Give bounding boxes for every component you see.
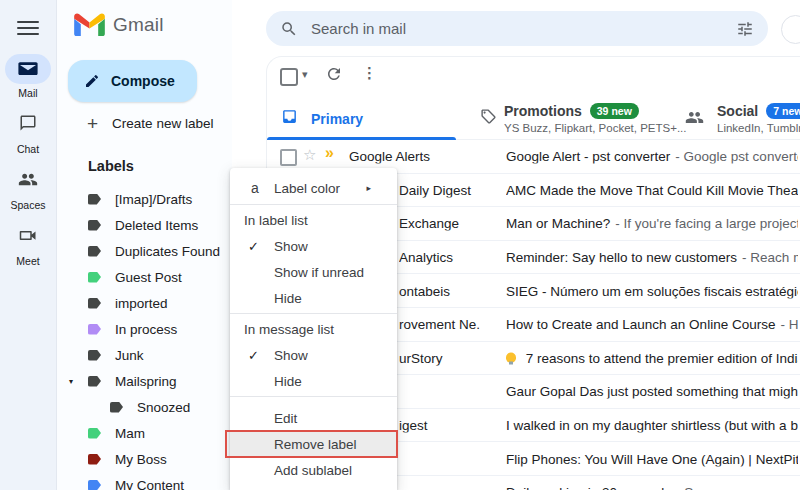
sidebar-label-item[interactable]: Mam <box>57 420 232 446</box>
sidebar: Gmail Compose + Create new label Labels … <box>57 0 232 490</box>
email-subject: Flip Phones: You Will Have One (Again) |… <box>506 451 798 466</box>
promotions-new-badge: 39 new <box>590 103 639 119</box>
label-name: Duplicates Found <box>115 244 220 259</box>
search-filter-icon[interactable] <box>736 20 754 38</box>
tab-social[interactable]: Social 7 new LinkedIn, Tumblr <box>649 97 800 139</box>
sidebar-label-item[interactable]: Junk <box>57 342 232 368</box>
sidebar-label-item[interactable]: imported <box>57 290 232 316</box>
checkmark-icon: ✓ <box>248 239 259 254</box>
rail-item-meet[interactable]: Meet <box>5 222 51 267</box>
menu-item-hide[interactable]: Hide <box>230 285 397 311</box>
label-name: My Content <box>115 478 184 490</box>
app-rail: Mail Chat Spaces Meet <box>0 0 57 490</box>
red-annotation-box <box>225 430 398 458</box>
email-subject-line: Reminder: Say hello to new customers- Re… <box>506 250 798 265</box>
label-name: In process <box>115 322 177 337</box>
star-icon[interactable]: ☆ <box>303 146 316 164</box>
email-subject: SIEG - Número um em soluções fiscais est… <box>506 283 798 298</box>
lightbulb-icon <box>506 352 516 362</box>
menu-item-add-sublabel[interactable]: Add sublabel <box>230 457 397 483</box>
profile-avatar[interactable] <box>781 15 800 44</box>
people-icon <box>685 110 704 125</box>
label-name: [Imap]/Drafts <box>115 192 192 207</box>
sidebar-label-item[interactable]: My Boss <box>57 446 232 472</box>
label-name: Mam <box>115 426 145 441</box>
label-tag-icon <box>88 454 101 465</box>
select-caret-icon[interactable]: ▾ <box>302 68 308 81</box>
sidebar-label-item[interactable]: Guest Post <box>57 264 232 290</box>
sidebar-label-item[interactable]: Duplicates Found <box>57 238 232 264</box>
plus-icon: + <box>87 114 98 133</box>
label-name: My Boss <box>115 452 167 467</box>
label-name: imported <box>115 296 168 311</box>
label-name: Snoozed <box>137 400 190 415</box>
search-bar[interactable]: Search in mail <box>266 11 768 46</box>
importance-marker-icon[interactable]: » <box>325 144 334 162</box>
gmail-m-icon <box>74 13 105 36</box>
label-color-text: Label color <box>274 181 340 196</box>
menu-item-hide[interactable]: Hide <box>230 368 397 394</box>
rail-item-label: Spaces <box>10 199 45 211</box>
more-options-icon[interactable]: ⋮ <box>362 64 377 82</box>
label-tag-icon <box>88 324 101 335</box>
compose-label: Compose <box>111 73 175 89</box>
email-subject: I walked in on my daughter shirtless (bu… <box>506 418 798 433</box>
label-name: Mailspring <box>115 374 177 389</box>
sidebar-label-item[interactable]: In process <box>57 316 232 342</box>
mail-icon <box>18 59 38 79</box>
social-new-badge: 7 new <box>766 103 800 119</box>
sidebar-label-item[interactable]: Mailspring ▾ <box>57 368 232 394</box>
rail-item-label: Meet <box>16 255 39 267</box>
menu-section-header: In label list <box>230 207 397 233</box>
create-new-label-text: Create new label <box>112 116 213 131</box>
label-name: Deleted Items <box>115 218 198 233</box>
email-subject-line: Google Alert - pst converter- Google pst… <box>506 149 798 164</box>
menu-section-header: In message list <box>230 316 397 342</box>
refresh-icon[interactable] <box>325 65 343 83</box>
create-new-label[interactable]: + Create new label <box>87 114 213 133</box>
email-snippet: - Google pst converter Dail <box>675 149 798 164</box>
sidebar-label-item[interactable]: [Imap]/Drafts <box>57 186 232 212</box>
menu-divider <box>230 204 397 205</box>
search-icon <box>280 20 298 38</box>
menu-item-edit[interactable]: Edit <box>230 405 397 431</box>
label-tag-icon <box>88 376 101 387</box>
menu-item-show[interactable]: Show✓ <box>230 233 397 259</box>
rail-item-chat[interactable]: Chat <box>5 110 51 155</box>
label-tag-icon <box>88 350 101 361</box>
rail-item-mail[interactable]: Mail <box>5 54 51 99</box>
label-tag-icon <box>88 428 101 439</box>
email-subject: Gaur Gopal Das just posted something tha… <box>506 384 798 399</box>
label-tag-icon <box>88 298 101 309</box>
rail-item-spaces[interactable]: Spaces <box>5 166 51 211</box>
search-input[interactable]: Search in mail <box>311 20 736 37</box>
label-color-a-icon: a <box>251 180 259 196</box>
menu-item-show[interactable]: Show✓ <box>230 342 397 368</box>
tab-promotions[interactable]: Promotions 39 new YS Buzz, Flipkart, Poc… <box>456 97 649 139</box>
email-checkbox[interactable] <box>280 149 297 166</box>
inbox-icon <box>281 108 298 125</box>
expand-arrow-icon[interactable]: ▾ <box>69 377 73 386</box>
email-subject-line: Flip Phones: You Will Have One (Again) |… <box>506 451 798 466</box>
tab-primary[interactable]: Primary <box>267 97 456 139</box>
email-subject: Reminder: Say hello to new customers <box>506 250 737 265</box>
label-name: Junk <box>115 348 144 363</box>
hamburger-menu-icon[interactable] <box>17 21 39 35</box>
menu-item-label-color[interactable]: a Label color ▸ <box>230 174 397 202</box>
email-subject-line: Man or Machine?- If you're facing a larg… <box>506 216 798 231</box>
sidebar-label-item[interactable]: Deleted Items <box>57 212 232 238</box>
label-tag-icon <box>88 480 101 490</box>
email-snippet: - If you're facing a large project in th… <box>615 216 798 231</box>
email-subject: Google Alert - pst converter <box>506 149 670 164</box>
compose-button[interactable]: Compose <box>68 60 197 102</box>
menu-item-show-if-unread[interactable]: Show if unread <box>230 259 397 285</box>
menu-item-remove-label[interactable]: Remove label <box>230 431 397 457</box>
gmail-wordmark: Gmail <box>113 14 164 36</box>
select-all-checkbox[interactable] <box>280 68 298 86</box>
sidebar-label-item[interactable]: Snoozed <box>57 394 232 420</box>
sidebar-label-item[interactable]: My Content <box>57 472 232 490</box>
list-toolbar: ▾ ⋮ <box>267 57 800 97</box>
email-snippet: - Hi Rollins, <box>780 317 798 332</box>
email-subject-line: Gaur Gopal Das just posted something tha… <box>506 384 798 399</box>
email-subject: AMC Made the Move That Could Kill Movie … <box>506 182 798 197</box>
